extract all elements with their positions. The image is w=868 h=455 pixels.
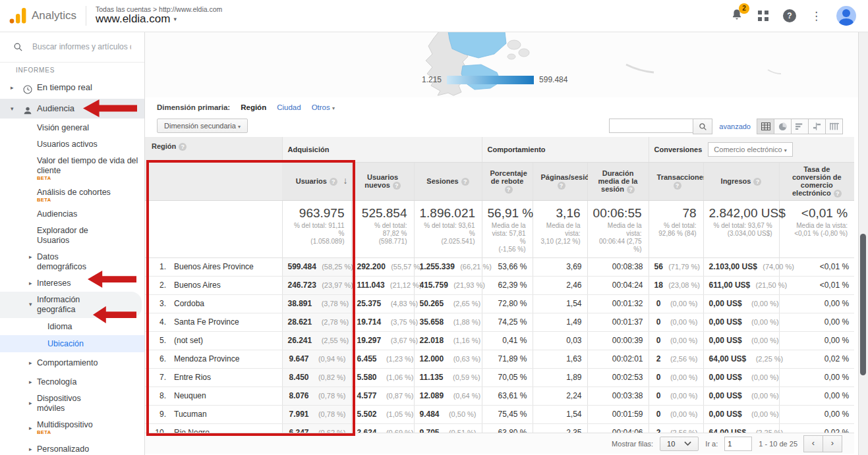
chevron-right-icon[interactable]: ▸ [29,252,32,262]
chevron-right-icon[interactable]: ▸ [29,279,32,288]
help-button[interactable]: ? [783,9,796,22]
apps-grid-button[interactable] [758,11,768,21]
sidebar-item-audiences[interactable]: Audiencias [0,206,144,223]
column-header-ecommerce-rate[interactable]: Tasa de conversión de comercio electróni… [779,162,854,200]
region-name-cell[interactable]: 4.Santa Fe Province [145,313,282,331]
table-search-input[interactable] [609,119,693,133]
column-header-revenue[interactable]: Ingresos? [703,162,779,200]
chevron-right-icon[interactable]: ▸ [29,358,32,368]
notifications-button[interactable]: 2 [730,8,743,24]
sidebar-item-location[interactable]: Ubicación [0,335,144,352]
sidebar-item-audience[interactable]: ▾ Audiencia [0,99,145,119]
column-header-bounce-rate[interactable]: Porcentaje de rebote? [482,162,533,200]
column-header-sessions[interactable]: Sesiones? [414,162,482,200]
column-header-region[interactable]: Región? [145,137,282,200]
sidebar-item-demographics[interactable]: ▸ Datos demográficos [0,249,115,275]
pivot-view-button[interactable] [825,119,843,134]
help-icon[interactable]: ? [558,182,565,190]
help-icon[interactable]: ? [393,182,401,190]
table-row[interactable]: 7.Entre Rios 8.450(0,82 %) 5.580(1,06 %)… [145,368,854,387]
analytics-logo[interactable]: Analytics [0,8,86,24]
region-name-cell[interactable]: 5.(not set) [145,331,282,350]
help-icon[interactable]: ? [330,178,337,186]
region-name-cell[interactable]: 6.Mendoza Province [145,350,282,368]
pages-session-cell: 2,46 [533,276,587,294]
ecommerce-selector[interactable]: Comercio electrónico ▾ [708,142,792,157]
sidebar-search-input[interactable] [31,41,132,52]
sidebar-item-mobile[interactable]: ▸ Dispositivos móviles [0,390,108,417]
column-header-transactions[interactable]: Transacciones? [649,162,703,200]
header-divider [86,6,86,26]
table-row[interactable]: 1.Buenos Aires Province 599.484(58,25 %)… [145,257,854,276]
column-header-avg-duration[interactable]: Duración media de la sesión? [587,162,649,200]
table-row[interactable]: 5.(not set) 26.241(2,55 %) 19.297(3,67 %… [145,331,854,350]
chevron-right-icon[interactable]: ▸ [29,444,32,454]
chevron-right-icon[interactable]: ▸ [29,423,32,433]
transactions-cell: 18(23,08 %) [649,276,703,294]
advanced-search-link[interactable]: avanzado [719,122,751,130]
dimension-city[interactable]: Ciudad [277,103,301,111]
help-icon[interactable]: ? [674,182,681,190]
sidebar-item-realtime[interactable]: ▸ En tiempo real [0,78,144,97]
table-row[interactable]: 8.Neuquen 8.076(0,78 %) 4.577(0,87 %) 12… [145,387,854,405]
prev-page-button[interactable]: ‹ [803,435,823,452]
sidebar-item-cohort-analysis[interactable]: Análisis de cohortes BETA [0,184,144,206]
performance-view-button[interactable] [791,119,809,134]
table-row[interactable]: 6.Mendoza Province 9.647(0,94 %) 6.455(1… [145,350,854,368]
help-icon[interactable]: ? [753,178,761,186]
region-name-cell[interactable]: 9.Tucuman [145,405,282,423]
account-switcher[interactable]: www.eldia.com ▾ [96,13,222,26]
table-row[interactable]: 9.Tucuman 7.991(0,78 %) 5.502(1,05 %) 9.… [145,405,854,423]
chevron-right-icon[interactable]: ▸ [11,78,14,97]
help-icon[interactable]: ? [834,190,842,198]
scrollbar-thumb[interactable] [860,234,866,375]
help-icon[interactable]: ? [461,178,469,186]
column-header-new-users[interactable]: Usuarios nuevos? [351,162,414,200]
sidebar-item-interests[interactable]: ▸ Intereses [0,275,144,292]
chevron-down-icon[interactable]: ▾ [29,300,32,309]
region-name-cell[interactable]: 8.Neuquen [145,387,282,405]
chevron-right-icon[interactable]: ▸ [29,398,32,408]
help-icon[interactable]: ? [627,186,635,194]
sidebar-item-custom[interactable]: ▸ Personalizado [0,441,144,455]
users-cell: 28.621(2,78 %) [282,313,351,331]
chevron-down-icon[interactable]: ▾ [11,99,14,119]
sort-desc-icon[interactable]: ↓ [343,175,348,186]
help-icon[interactable]: ? [505,186,513,194]
secondary-dimension-button[interactable]: Dimensión secundaria ▾ [157,119,248,133]
table-search-button[interactable] [693,119,712,134]
avatar[interactable] [836,6,856,26]
dimension-region[interactable]: Región [241,103,266,111]
table-view-button[interactable] [757,119,774,134]
region-name-cell[interactable]: 2.Buenos Aires [145,276,282,294]
region-name-cell[interactable]: 7.Entre Rios [145,368,282,387]
overflow-menu-button[interactable]: ⋮ [811,11,822,22]
goto-page-input[interactable] [724,437,752,451]
table-row[interactable]: 3.Cordoba 38.891(3,78 %) 25.375(4,83 %) … [145,294,854,313]
sidebar-item-behavior[interactable]: ▸ Comportamiento [0,355,144,371]
region-name-cell[interactable]: 1.Buenos Aires Province [145,257,282,276]
help-icon[interactable]: ? [179,143,187,151]
dimension-others[interactable]: Otros ▾ [312,103,335,111]
vertical-scrollbar[interactable] [858,32,868,455]
region-name-cell[interactable]: 3.Cordoba [145,294,282,313]
column-header-pages-session[interactable]: Páginas/sesión? [533,162,587,200]
sidebar-item-language[interactable]: Idioma [0,318,144,335]
sidebar-item-active-users[interactable]: Usuarios activos [0,136,144,153]
rows-per-page-select[interactable]: 10 [660,437,699,451]
chevron-right-icon[interactable]: ▸ [29,377,32,387]
sidebar-item-geo[interactable]: ▾ Información geográfica [0,292,142,318]
percentage-view-button[interactable] [774,119,792,134]
sidebar-item-lifetime-value[interactable]: Valor del tiempo de vida del cliente BET… [0,153,144,184]
comparison-view-button[interactable] [808,119,826,134]
sidebar-item-overview[interactable]: Visión general [0,120,144,136]
table-row[interactable]: 2.Buenos Aires 246.723(23,97 %) 111.043(… [145,276,854,294]
table-row[interactable]: 4.Santa Fe Province 28.621(2,78 %) 19.71… [145,313,854,331]
sidebar-search[interactable] [0,32,144,63]
sidebar-item-user-explorer[interactable]: Explorador de Usuarios [0,223,121,249]
next-page-button[interactable]: › [823,435,842,452]
sidebar-item-technology[interactable]: ▸ Tecnología [0,374,144,390]
view-toggle-group [757,119,843,134]
sidebar-item-cross-device[interactable]: ▸ Multidispositivo BETA [0,417,144,439]
column-header-users[interactable]: Usuarios? ↓ [282,162,351,200]
